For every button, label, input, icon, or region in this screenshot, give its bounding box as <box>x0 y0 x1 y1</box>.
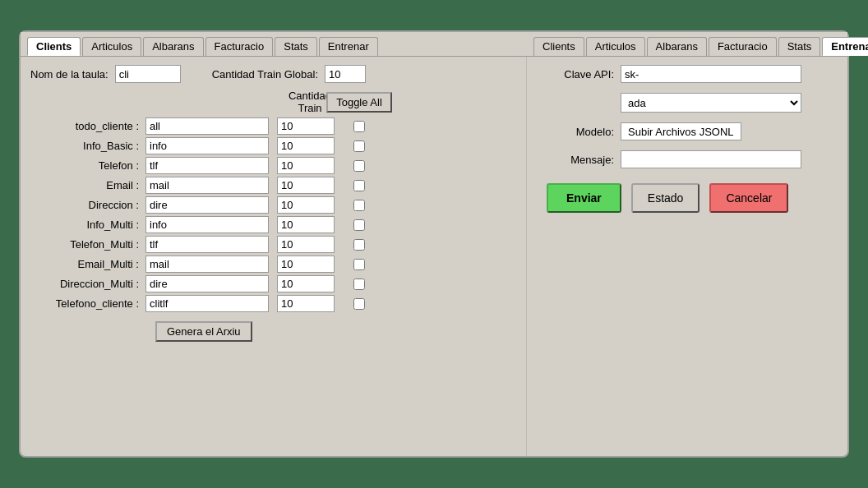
row-label: Email_Multi : <box>30 258 145 270</box>
footer-row: Genera el Arxiu <box>30 315 516 348</box>
nom-input[interactable] <box>115 65 181 83</box>
row-checkbox[interactable] <box>353 219 365 231</box>
row-checkbox[interactable] <box>353 298 365 310</box>
right-panel: Clave API: ada babbage curie davinci Mod… <box>527 57 847 456</box>
right-tab-albarans[interactable]: Albarans <box>647 37 707 56</box>
row-label: Direccion : <box>30 199 145 211</box>
clave-api-label: Clave API: <box>540 68 614 81</box>
table-row: Email : <box>30 177 516 194</box>
row-value-input[interactable] <box>145 117 269 135</box>
table-row: Info_Basic : <box>30 137 516 154</box>
left-tab-bar: Clients Articulos Albarans Facturacio St… <box>21 32 527 56</box>
table-row: Telefon : <box>30 157 516 174</box>
clave-api-row: Clave API: <box>540 65 834 83</box>
right-tab-articulos[interactable]: Articulos <box>586 37 645 56</box>
nom-label: Nom de la taula: <box>30 68 108 81</box>
table-row: todo_cliente : <box>30 117 516 135</box>
table-row: Direccion_Multi : <box>30 275 516 292</box>
row-label: Telefon : <box>30 159 145 172</box>
row-value-input[interactable] <box>145 275 269 292</box>
dropdown-row: ada babbage curie davinci <box>621 93 834 113</box>
left-tab-entrenar[interactable]: Entrenar <box>319 37 378 56</box>
table-row: Telefon_Multi : <box>30 236 516 253</box>
row-value-input[interactable] <box>145 196 269 214</box>
cantidad-global-label: Cantidad Train Global: <box>212 68 318 81</box>
panels: Nom de la taula: Cantidad Train Global: … <box>21 56 847 456</box>
row-checkbox[interactable] <box>353 279 365 290</box>
grid-header: Cantidad Train Toggle All <box>30 90 516 114</box>
row-label: Email : <box>30 179 145 191</box>
row-num-input[interactable] <box>277 177 335 194</box>
right-tab-clients[interactable]: Clients <box>533 37 584 56</box>
enviar-button[interactable]: Enviar <box>547 183 621 213</box>
row-num-input[interactable] <box>277 157 335 174</box>
row-checkbox[interactable] <box>353 140 365 152</box>
clave-api-input[interactable] <box>621 65 801 83</box>
row-num-input[interactable] <box>277 137 335 154</box>
mensaje-input[interactable] <box>621 150 801 168</box>
row-checkbox[interactable] <box>353 160 365 172</box>
mensaje-label: Mensaje: <box>540 154 614 166</box>
row-checkbox[interactable] <box>353 259 365 270</box>
row-checkbox[interactable] <box>353 239 365 251</box>
row-checkbox[interactable] <box>353 121 365 132</box>
subir-archivos-button[interactable]: Subir Archivos JSONL <box>621 122 741 140</box>
row-num-input[interactable] <box>277 295 335 312</box>
toggle-all-button[interactable]: Toggle All <box>326 92 392 113</box>
row-value-input[interactable] <box>145 177 269 194</box>
row-checkbox[interactable] <box>353 180 365 191</box>
cantidad-global-input[interactable] <box>325 65 366 83</box>
row-label: Telefono_cliente : <box>30 297 145 310</box>
row-value-input[interactable] <box>145 236 269 253</box>
row-value-input[interactable] <box>145 216 269 233</box>
genera-button[interactable]: Genera el Arxiu <box>155 321 252 342</box>
model-dropdown[interactable]: ada babbage curie davinci <box>621 93 801 113</box>
right-tab-facturacio[interactable]: Facturacio <box>709 37 777 56</box>
left-tab-stats[interactable]: Stats <box>275 37 317 56</box>
table-row: Info_Multi : <box>30 216 516 233</box>
row-num-input[interactable] <box>277 236 335 253</box>
left-tab-albarans[interactable]: Albarans <box>143 37 203 56</box>
row-checkbox[interactable] <box>353 200 365 211</box>
row-label: Info_Basic : <box>30 140 145 152</box>
row-label: Telefon_Multi : <box>30 238 145 251</box>
row-num-input[interactable] <box>277 196 335 214</box>
table-row: Email_Multi : <box>30 256 516 273</box>
left-panel: Nom de la taula: Cantidad Train Global: … <box>21 57 527 456</box>
row-num-input[interactable] <box>277 256 335 273</box>
row-label: Info_Multi : <box>30 219 145 231</box>
row-value-input[interactable] <box>145 157 269 174</box>
left-tab-articulos[interactable]: Articulos <box>82 37 141 56</box>
right-tab-entrenar[interactable]: Entrenar <box>822 37 868 56</box>
row-label: todo_cliente : <box>30 120 145 132</box>
left-tab-facturacio[interactable]: Facturacio <box>205 37 274 56</box>
row-value-input[interactable] <box>145 256 269 273</box>
top-row: Nom de la taula: Cantidad Train Global: <box>30 65 516 83</box>
row-num-input[interactable] <box>277 275 335 292</box>
left-tab-clients[interactable]: Clients <box>27 37 81 56</box>
row-num-input[interactable] <box>277 216 335 233</box>
rows-container: todo_cliente : Info_Basic : Telefon : Em… <box>30 117 516 312</box>
table-row: Direccion : <box>30 196 516 214</box>
row-value-input[interactable] <box>145 295 269 312</box>
table-row: Telefono_cliente : <box>30 295 516 312</box>
cancelar-button[interactable]: Cancelar <box>709 183 788 213</box>
main-window: Clients Articulos Albarans Facturacio St… <box>19 30 849 458</box>
estado-button[interactable]: Estado <box>631 183 700 213</box>
action-buttons-row: Enviar Estado Cancelar <box>547 183 834 213</box>
modelo-label: Modelo: <box>540 126 614 138</box>
modelo-row: Modelo: Subir Archivos JSONL <box>540 122 834 140</box>
row-label: Direccion_Multi : <box>30 278 145 290</box>
row-num-input[interactable] <box>277 117 335 135</box>
row-value-input[interactable] <box>145 137 269 154</box>
right-tab-bar: Clients Articulos Albarans Facturacio St… <box>527 32 847 56</box>
right-tab-stats[interactable]: Stats <box>778 37 821 56</box>
mensaje-row: Mensaje: <box>540 150 834 168</box>
